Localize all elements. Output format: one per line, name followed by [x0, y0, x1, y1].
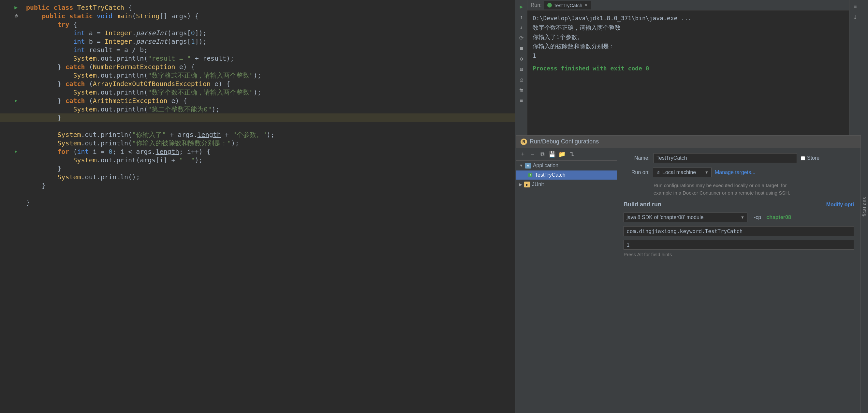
tree-group-application[interactable]: ▼ A Application [516, 161, 617, 170]
code-text-11: System.out.println("数字个数不正确，请输入两个整数"); [26, 88, 512, 96]
run-output-text: D:\Develop\Java\jdk1.8.0_371\bin\java.ex… [527, 10, 849, 135]
line-gutter-18: ● [0, 147, 26, 156]
code-text-8: } catch (NumberFormatException e) { [26, 63, 512, 71]
tree-group-junit[interactable]: ▶ ▶ JUnit [516, 180, 617, 189]
code-text-2: public static void main(String[] args) { [26, 12, 512, 20]
config-run-on-label: Run on: [624, 169, 650, 176]
config-press-alt: Press Alt for field hints [624, 252, 854, 257]
config-title-text: Run/Debug Configurations [530, 138, 599, 145]
code-line-4: int a = Integer.parseInt(args[0]); [0, 29, 515, 37]
code-line-16: System.out.println("你输入了" + args.length … [0, 130, 515, 139]
config-name-input[interactable] [653, 153, 797, 163]
application-icon: A [525, 163, 531, 168]
run-toolbar: ▶ ↑ ↓ ⟳ ⏹ ⚙ ⊟ 🖨 🗑 ≡ [516, 0, 527, 135]
config-hint-text: Run configurations may be executed local… [653, 182, 854, 196]
run-output-panel: ▶ ↑ ↓ ⟳ ⏹ ⚙ ⊟ 🖨 🗑 ≡ Run: TestTryCatch ✕ … [516, 0, 861, 135]
code-line-12: ● } catch (ArithmeticException e) { [0, 96, 515, 105]
code-line-23 [0, 190, 515, 198]
run-content: Run: TestTryCatch ✕ D:\Develop\Java\jdk1… [527, 0, 849, 135]
code-text-6: int result = a / b; [26, 45, 512, 54]
sdk-chevron: ▼ [741, 215, 744, 220]
code-line-24: } [0, 198, 515, 206]
test-item-icon: J [528, 172, 533, 178]
output-action-1[interactable]: ≡ [851, 2, 860, 11]
output-line-1: D:\Develop\Java\jdk1.8.0_371\bin\java.ex… [533, 14, 844, 23]
at-icon: @ [15, 12, 18, 20]
run-play-btn[interactable]: ▶ [517, 2, 526, 11]
config-folder-btn[interactable]: 📁 [558, 150, 566, 158]
config-save-btn[interactable]: 💾 [548, 150, 556, 158]
code-line-5: int b = Integer.parseInt(args[1]); [0, 37, 515, 45]
config-copy-btn[interactable]: ⧉ [538, 150, 547, 158]
config-store-row: Store [801, 155, 819, 161]
config-right-panel: Name: Store Run on: 🖥 Local machine ▼ [617, 148, 861, 413]
output-action-2[interactable]: ⤓ [851, 12, 860, 22]
application-label: Application [533, 163, 558, 168]
run-settings-btn[interactable]: ⚙ [517, 54, 526, 63]
config-prog-args-input[interactable] [624, 240, 854, 250]
code-text-22: } [26, 181, 512, 190]
code-line-11: System.out.println("数字个数不正确，请输入两个整数"); [0, 88, 515, 96]
code-text-17: System.out.println("你输入的被除数和除数分别是："); [26, 139, 512, 147]
run-down-btn[interactable]: ↓ [517, 23, 526, 32]
junit-icon: ▶ [524, 182, 530, 187]
code-text-15 [26, 122, 512, 130]
config-sort-btn[interactable]: ⇅ [567, 150, 576, 158]
tab-run-icon [547, 3, 552, 7]
run-tabs-bar: Run: TestTryCatch ✕ [527, 0, 849, 10]
modify-opts-link[interactable]: Modify opti [826, 202, 854, 208]
code-line-22: } [0, 181, 515, 190]
output-process-finished: Process finished with exit code 0 [533, 64, 844, 73]
config-run-on-select[interactable]: 🖥 Local machine ▼ [653, 167, 712, 177]
manage-targets-link[interactable]: Manage targets... [715, 169, 755, 176]
run-icon[interactable]: ▶ [14, 3, 18, 12]
code-line-18: ● for (int i = 0; i < args.length; i++) … [0, 147, 515, 156]
run-tab-testTryCatch[interactable]: TestTryCatch ✕ [544, 1, 591, 9]
code-line-19: System.out.print(args[i] + " "); [0, 156, 515, 164]
code-text-18: for (int i = 0; i < args.length; i++) { [26, 147, 512, 156]
run-stop-btn[interactable]: ⏹ [517, 44, 526, 53]
run-rerun-btn[interactable]: ⟳ [517, 33, 526, 42]
code-text-4: int a = Integer.parseInt(args[0]); [26, 29, 512, 37]
run-clear-btn[interactable]: 🗑 [517, 86, 526, 95]
run-tab-close[interactable]: ✕ [584, 3, 588, 7]
config-run-on-row: Run on: 🖥 Local machine ▼ Manage targets… [624, 167, 854, 177]
right-panel: ▶ ↑ ↓ ⟳ ⏹ ⚙ ⊟ 🖨 🗑 ≡ Run: TestTryCatch ✕ … [515, 0, 861, 413]
config-main-class-input[interactable] [624, 226, 854, 236]
output-line-4: 你输入的被除数和除数分别是： [533, 42, 844, 51]
code-text-21: System.out.println(); [26, 173, 512, 181]
junit-chevron: ▶ [519, 182, 522, 187]
code-line-6: int result = a / b; [0, 45, 515, 54]
code-text-24: } [26, 198, 512, 206]
line-gutter-12: ● [0, 96, 26, 105]
cp-value: chapter08 [766, 215, 791, 220]
code-text-5: int b = Integer.parseInt(args[1]); [26, 37, 512, 45]
run-layout-btn[interactable]: ⊟ [517, 65, 526, 74]
tree-item-testTryCatch[interactable]: J TestTryCatch [516, 170, 617, 180]
run-more-btn[interactable]: ≡ [517, 96, 526, 105]
test-item-label: TestTryCatch [535, 172, 565, 178]
output-line-3: 你输入了1个参数。 [533, 33, 844, 42]
config-store-label: Store [807, 155, 819, 161]
run-debug-config-dialog: R Run/Debug Configurations + − ⧉ 💾 📁 ⇅ ▼ [516, 135, 861, 413]
config-store-checkbox[interactable] [801, 156, 805, 160]
config-dialog-title: R Run/Debug Configurations [516, 136, 861, 148]
code-text-14: } [26, 114, 512, 122]
run-tab-name: TestTryCatch [554, 3, 583, 8]
code-lines: ▶ public class TestTryCatch { @ public s… [0, 0, 515, 413]
run-print-btn[interactable]: 🖨 [517, 75, 526, 84]
run-up-btn[interactable]: ↑ [517, 12, 526, 22]
config-add-btn[interactable]: + [519, 150, 527, 158]
config-remove-btn[interactable]: − [528, 150, 537, 158]
line-gutter-2: @ [0, 12, 26, 20]
side-notifications-tab[interactable]: fications [861, 0, 868, 413]
code-line-15 [0, 122, 515, 130]
code-line-14: } [0, 114, 515, 122]
code-text-20: } [26, 164, 512, 173]
code-editor[interactable]: ▶ public class TestTryCatch { @ public s… [0, 0, 515, 413]
code-text-7: System.out.println("result = " + result)… [26, 54, 512, 63]
config-name-row: Name: Store [624, 153, 854, 163]
code-line-3: try { [0, 20, 515, 29]
code-line-1: ▶ public class TestTryCatch { [0, 3, 515, 12]
config-sdk-select[interactable]: java 8 SDK of 'chapter08' module ▼ [624, 213, 747, 222]
